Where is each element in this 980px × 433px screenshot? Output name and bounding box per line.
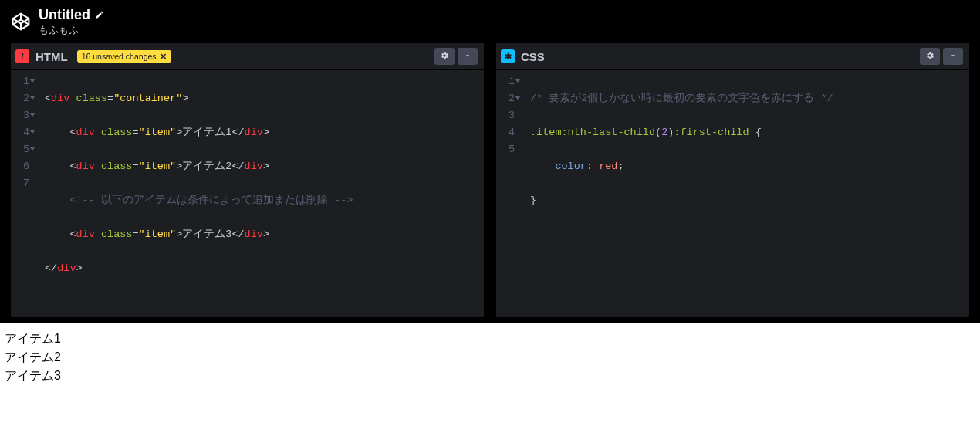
asterisk-icon: ✱ xyxy=(505,52,512,61)
preview-item: アイテム3 xyxy=(5,367,975,385)
pen-title-row[interactable]: Untitled xyxy=(39,7,104,24)
codepen-logo-icon[interactable] xyxy=(11,12,31,32)
pencil-icon[interactable] xyxy=(95,9,104,22)
panel-menu-button[interactable] xyxy=(943,48,963,65)
slash-icon: / xyxy=(21,52,23,61)
header-titles: Untitled もふもふ xyxy=(39,7,104,36)
app-header: Untitled もふもふ xyxy=(0,0,980,43)
html-gutter: 1 2 3 4 5 6 7 xyxy=(11,73,34,317)
html-editor[interactable]: 1 2 3 4 5 6 7 <div class="container"> <d… xyxy=(11,70,484,317)
preview-item: アイテム1 xyxy=(5,330,975,348)
css-code[interactable]: /* 要素が2個しかない時に最初の要素の文字色を赤にする */ .item:nt… xyxy=(519,73,969,317)
settings-button[interactable] xyxy=(920,48,940,65)
preview-pane: アイテム1 アイテム2 アイテム3 xyxy=(0,323,980,433)
panel-menu-button[interactable] xyxy=(458,48,478,65)
close-icon[interactable]: ✕ xyxy=(160,52,167,61)
panel-html: / HTML 16 unsaved changes ✕ 1 2 xyxy=(11,43,484,317)
pen-title: Untitled xyxy=(39,7,90,24)
gear-icon xyxy=(925,51,934,63)
panel-css: ✱ CSS 1 2 3 4 5 /* 要素が2 xyxy=(496,43,969,317)
preview-item: アイテム2 xyxy=(5,348,975,367)
css-badge-icon: ✱ xyxy=(501,49,515,63)
unsaved-changes-label: 16 unsaved changes xyxy=(82,52,157,61)
panel-css-head: ✱ CSS xyxy=(496,43,969,70)
css-editor[interactable]: 1 2 3 4 5 /* 要素が2個しかない時に最初の要素の文字色を赤にする *… xyxy=(496,70,969,317)
css-gutter: 1 2 3 4 5 xyxy=(496,73,519,317)
html-code[interactable]: <div class="container"> <div class="item… xyxy=(34,73,484,317)
editors-row: / HTML 16 unsaved changes ✕ 1 2 xyxy=(0,43,980,323)
chevron-down-icon xyxy=(464,51,471,62)
gear-icon xyxy=(440,51,449,63)
panel-html-head: / HTML 16 unsaved changes ✕ xyxy=(11,43,484,70)
unsaved-changes-badge[interactable]: 16 unsaved changes ✕ xyxy=(77,50,171,63)
panel-html-title: HTML xyxy=(35,50,68,63)
pen-author[interactable]: もふもふ xyxy=(39,24,104,36)
panel-css-title: CSS xyxy=(521,50,545,63)
html-badge-icon: / xyxy=(15,49,29,63)
settings-button[interactable] xyxy=(434,48,455,65)
chevron-down-icon xyxy=(949,51,957,62)
